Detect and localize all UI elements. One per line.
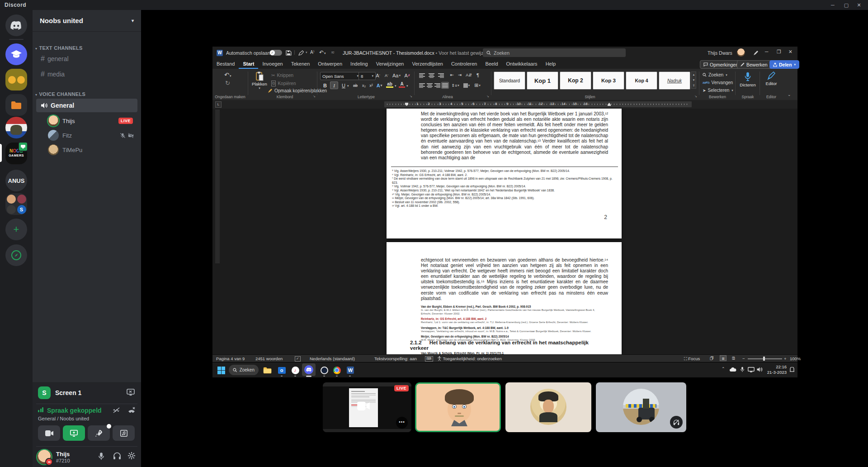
numbered-list-button[interactable] [428, 72, 435, 79]
tab-invoegen[interactable]: Invoegen [258, 59, 287, 69]
highlight-caret[interactable]: ▾ [395, 84, 396, 88]
dictate-button[interactable]: Dicteren [738, 71, 757, 87]
voice-user-thijs[interactable]: Thijs LIVE [48, 115, 137, 127]
style-kop3[interactable]: Kop 3 [593, 71, 624, 90]
voice-connected-label[interactable]: Spraak gekoppeld [47, 407, 102, 414]
taskbar-explorer[interactable] [261, 364, 273, 376]
voice-channel-general[interactable]: General [36, 99, 137, 112]
pen-mode-icon[interactable] [753, 50, 759, 56]
styles-gallery-scrollbar[interactable]: ▲▼⊽ [691, 71, 696, 89]
channel-general-text[interactable]: # general [36, 52, 137, 65]
undo-icon[interactable]: ↶▾ [319, 49, 326, 56]
add-server-button[interactable]: + [5, 219, 27, 240]
shrink-font-button[interactable]: Aˇ [382, 71, 391, 79]
italic-button[interactable]: I [330, 81, 338, 89]
select-button[interactable]: ➤Selecteren▾ [703, 88, 733, 93]
collapse-ribbon-button[interactable]: ⌄ [788, 92, 791, 97]
server-folder[interactable] [5, 94, 27, 116]
pilcrow-button[interactable]: ¶ [474, 71, 482, 79]
tab-tekenen[interactable]: Tekenen [287, 59, 314, 69]
window-minimize-button[interactable]: ─ [826, 1, 839, 9]
tile-options-button[interactable]: ••• [396, 417, 408, 429]
styles-dialog-launcher[interactable]: ↘ [694, 95, 697, 98]
taskbar-app-circle[interactable] [318, 364, 330, 376]
horizontal-ruler[interactable]: L 1 2 3 4 5 6 7 8 9 10 11 12 13 14 15 16 [212, 100, 797, 109]
redo-button[interactable]: ↻ [225, 80, 230, 86]
accessibility-indicator[interactable]: Toegankelijkheid: onderzoeken [437, 356, 502, 362]
disconnect-call-icon[interactable] [127, 406, 136, 414]
tab-bestand[interactable]: Bestand [212, 59, 239, 69]
activities-button[interactable] [88, 425, 110, 441]
bullet-list-button[interactable] [418, 72, 426, 79]
style-nadruk[interactable]: Nadruk [659, 71, 690, 90]
underline-button[interactable]: U [340, 81, 348, 89]
highlight-button[interactable]: ab [386, 81, 393, 88]
mic-button[interactable] [98, 452, 105, 460]
style-kop2[interactable]: Kop 2 [560, 71, 591, 90]
read-mode-button[interactable]: 🗍 [710, 356, 714, 362]
tab-ontwikkelaars[interactable]: Ontwikkelaars [502, 59, 542, 69]
tab-start[interactable]: Start [239, 59, 258, 69]
screen-share-button[interactable] [63, 425, 85, 441]
tab-controleren[interactable]: Controleren [447, 59, 481, 69]
server-icon-anus[interactable]: ANUS [5, 170, 27, 191]
multilevel-list-button[interactable] [437, 72, 445, 79]
tray-speaker-icon[interactable] [757, 367, 763, 372]
settings-gear-button[interactable] [127, 452, 136, 460]
tab-beeld[interactable]: Beeld [481, 59, 502, 69]
user-avatar[interactable] [37, 450, 52, 464]
draw-tool-icon[interactable] [298, 50, 305, 56]
tile-fitz[interactable] [505, 382, 591, 432]
sort-button[interactable]: A⇵ [465, 71, 473, 79]
taskbar-chrome[interactable] [331, 364, 343, 376]
underline-caret[interactable]: ▾ [347, 84, 349, 88]
change-case-button[interactable]: Aa▾ [391, 71, 402, 79]
stop-streaming-button[interactable] [127, 389, 135, 396]
camera-button[interactable] [38, 425, 60, 441]
text-prediction-indicator[interactable]: Tekstvoorspelling: aan [374, 356, 417, 362]
voice-user-fitz[interactable]: Fitz [48, 129, 137, 141]
server-icon-flag[interactable] [5, 117, 27, 138]
share-button[interactable]: Delen▾ [769, 60, 799, 69]
taskbar-music[interactable]: ♪ [289, 364, 301, 376]
group-dm-icon[interactable]: S [5, 193, 27, 215]
zoom-level[interactable]: 100% [790, 356, 801, 362]
borders-button[interactable]: ⊞▾ [473, 81, 482, 89]
word-restore-button[interactable]: ❐ [777, 49, 781, 54]
tile-timepu[interactable] [596, 382, 686, 432]
replace-button[interactable]: a⇄bVervangen [703, 80, 733, 85]
taskbar-search[interactable]: Zoeken [229, 365, 259, 375]
clear-formatting-button[interactable]: A✗ [403, 71, 411, 79]
print-layout-button[interactable]: ≣ [720, 355, 726, 361]
web-layout-button[interactable]: 🖺 [731, 356, 736, 362]
find-button[interactable]: Zoeken▾ [703, 72, 727, 77]
grow-font-button[interactable]: Aˆ [374, 71, 382, 79]
username[interactable]: Thijs [56, 451, 70, 457]
tab-ontwerpen[interactable]: Ontwerpen [314, 59, 346, 69]
headphones-button[interactable] [113, 452, 121, 460]
autosave-toggle[interactable]: ✓ [269, 50, 282, 56]
onedrive-cloud-icon[interactable] [729, 367, 736, 372]
style-kop1[interactable]: Kop 1 [527, 71, 558, 90]
font-color-caret[interactable]: ▾ [406, 84, 408, 88]
increase-indent-button[interactable]: ⇥ [456, 71, 464, 79]
decrease-indent-button[interactable]: ⇤ [448, 71, 456, 79]
read-aloud-icon[interactable]: A⁾ [310, 50, 314, 55]
align-center-button[interactable] [426, 82, 434, 89]
style-kop4[interactable]: Kop 4 [626, 71, 657, 90]
bold-button[interactable]: B [321, 81, 329, 89]
zoom-in-button[interactable]: + [784, 356, 787, 362]
zoom-slider-track[interactable] [748, 358, 782, 359]
language-indicator[interactable]: Nederlands (standaard) [310, 356, 355, 362]
font-size-select[interactable]: 8▾ [359, 72, 376, 80]
voice-channels-section[interactable]: ▾ VOICE CHANNELS [35, 90, 85, 98]
tab-selector[interactable]: L [215, 101, 222, 108]
channel-media[interactable]: # media [36, 68, 137, 81]
comments-button[interactable]: Opmerkingen [700, 60, 742, 69]
strikethrough-button[interactable]: ab [351, 81, 360, 89]
cut-button[interactable]: ✂Knippen [271, 73, 293, 78]
copy-button[interactable]: ⧉Kopiëren [271, 81, 296, 86]
notification-center-icon[interactable] [789, 367, 795, 372]
soundboard-button[interactable] [113, 425, 135, 441]
editor-button[interactable]: Editor [762, 71, 780, 86]
